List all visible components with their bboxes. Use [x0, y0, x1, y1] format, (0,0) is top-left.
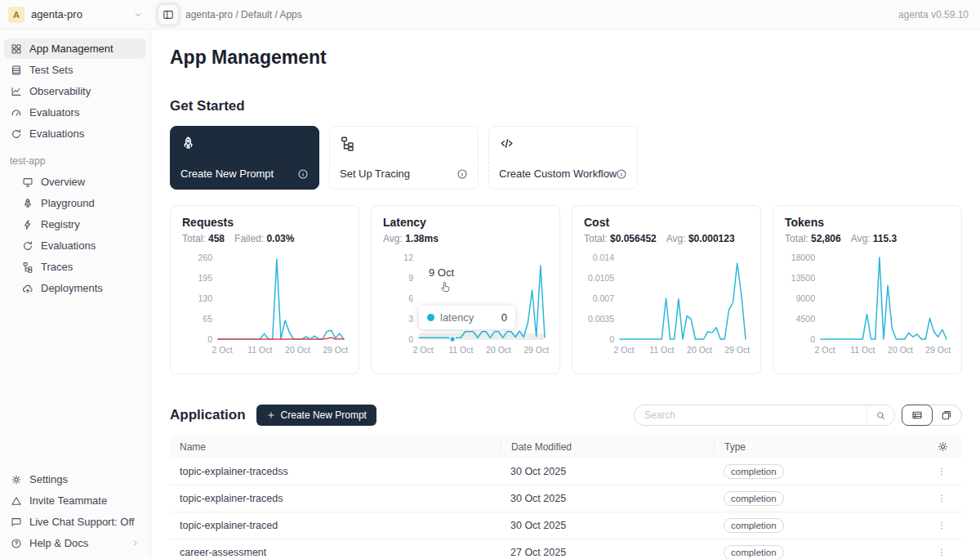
monitor-icon	[22, 177, 33, 188]
info-icon[interactable]	[297, 168, 309, 180]
cell-date: 30 Oct 2025	[501, 466, 714, 477]
latency-chart-card: Latency Avg: 1.38ms 0369122 Oct11 Oct20 …	[371, 205, 560, 374]
chevron-down-icon	[133, 10, 143, 20]
application-header-row: Application Create New Prompt	[170, 404, 962, 427]
chart-stat: Avg: $0.000123	[666, 233, 735, 244]
chart-title: Cost	[584, 216, 749, 229]
info-icon[interactable]	[457, 168, 468, 180]
cell-name: topic-explainer-traced	[170, 520, 501, 531]
svg-text:29 Oct: 29 Oct	[323, 345, 348, 355]
create-custom-workflow-card[interactable]: Create Custom Workflow	[488, 126, 638, 190]
kebab-menu-icon[interactable]	[936, 520, 947, 531]
info-icon[interactable]	[616, 168, 627, 180]
sidebar-item-traces[interactable]: Traces	[16, 257, 146, 277]
sidebar-item-registry[interactable]: Registry	[16, 214, 146, 235]
sidebar-item-live-chat-support[interactable]: Live Chat Support: Off	[4, 512, 146, 532]
rocket-icon	[180, 136, 196, 151]
cell-name: career-assessment	[170, 547, 501, 558]
sidebar-item-label: Invite Teammate	[29, 494, 107, 507]
type-badge: completion	[724, 545, 784, 559]
sidebar-item-label: Help & Docs	[29, 537, 88, 549]
get-started-cards: Create New Prompt Set Up Tracing Create …	[170, 126, 962, 190]
requests-chart-card: Requests Total: 458Failed: 0.03% 0651301…	[170, 205, 359, 374]
gear-icon	[11, 474, 22, 485]
sidebar-item-test-sets[interactable]: Test Sets	[4, 60, 146, 80]
sidebar-item-settings[interactable]: Settings	[4, 469, 146, 490]
chat-bubble-icon	[11, 517, 22, 528]
chart-plot: 00.00350.0070.01050.0142 Oct11 Oct20 Oct…	[584, 249, 751, 359]
card-view-button[interactable]	[933, 405, 962, 425]
sidebar-item-evaluations-project[interactable]: Evaluations	[16, 235, 146, 256]
svg-text:3: 3	[408, 314, 413, 324]
chart-plot: 0651301952602 Oct11 Oct20 Oct29 Oct	[182, 249, 349, 359]
search-button[interactable]	[866, 405, 894, 425]
chart-stats: Avg: 1.38ms	[383, 233, 548, 244]
table-row[interactable]: topic-explainer-traced 30 Oct 2025 compl…	[170, 512, 962, 539]
sidebar-item-invite-teammate[interactable]: Invite Teammate	[4, 490, 146, 511]
sidebar-item-evaluators[interactable]: Evaluators	[4, 102, 146, 123]
table-view-icon	[911, 409, 923, 421]
chart-plot: 0369122 Oct11 Oct20 Oct29 Oct	[383, 249, 550, 359]
svg-text:29 Oct: 29 Oct	[925, 345, 951, 355]
card-view-icon	[941, 409, 952, 421]
sidebar-item-label: Evaluations	[41, 239, 96, 252]
sidebar-toggle-button[interactable]	[158, 4, 179, 25]
hover-marker	[450, 337, 456, 342]
svg-text:9000: 9000	[796, 293, 816, 303]
svg-text:11 Oct: 11 Oct	[850, 345, 875, 355]
rocket-icon	[22, 198, 33, 209]
sidebar-item-label: Live Chat Support: Off	[29, 516, 134, 528]
chart-stat: Total: $0.056452	[584, 233, 657, 244]
chart-body: 00.00350.0070.01050.0142 Oct11 Oct20 Oct…	[584, 249, 749, 362]
svg-text:20 Oct: 20 Oct	[687, 345, 712, 355]
search-box	[634, 405, 895, 426]
svg-text:2 Oct: 2 Oct	[815, 345, 835, 355]
kebab-menu-icon[interactable]	[936, 493, 947, 504]
sidebar-item-evaluations[interactable]: Evaluations	[4, 123, 146, 144]
series-cost	[620, 263, 746, 339]
set-up-tracing-card[interactable]: Set Up Tracing	[329, 126, 479, 190]
sidebar-item-app-management[interactable]: App Management	[4, 38, 146, 59]
table-view-button[interactable]	[902, 405, 933, 426]
svg-text:0.007: 0.007	[593, 293, 614, 303]
table-row[interactable]: topic-explainer-tracedss 30 Oct 2025 com…	[170, 458, 962, 485]
workspace-avatar: A	[8, 7, 24, 23]
search-input[interactable]	[635, 409, 866, 421]
create-new-prompt-button[interactable]: Create New Prompt	[256, 405, 376, 426]
type-badge: completion	[724, 518, 784, 533]
svg-text:0.014: 0.014	[593, 253, 614, 262]
sidebar-item-overview[interactable]: Overview	[16, 172, 146, 192]
sidebar-item-label: Observability	[29, 85, 91, 97]
chart-title: Requests	[182, 216, 347, 229]
gear-icon[interactable]	[937, 440, 949, 453]
cell-date: 30 Oct 2025	[501, 493, 714, 504]
app-root: A agenta-pro agenta-pro / Default / Apps…	[0, 0, 980, 559]
svg-text:9: 9	[408, 273, 413, 283]
cell-name: topic-explainer-traceds	[170, 493, 501, 504]
column-header-date-modified: Date Modified	[501, 440, 714, 454]
table-row[interactable]: career-assessment 27 Oct 2025 completion	[170, 539, 962, 559]
svg-text:6: 6	[408, 293, 413, 303]
sidebar-item-observability[interactable]: Observability	[4, 81, 146, 101]
kebab-menu-icon[interactable]	[936, 466, 947, 477]
chart-stats: Total: 52,806Avg: 115.3	[785, 233, 950, 244]
svg-text:0.0105: 0.0105	[588, 273, 614, 283]
sidebar-item-playground[interactable]: Playground	[16, 193, 146, 213]
chevron-right-icon	[131, 539, 140, 548]
workspace-selector[interactable]: A agenta-pro	[0, 0, 151, 29]
breadcrumb[interactable]: agenta-pro / Default / Apps	[185, 9, 302, 20]
sidebar-item-help-docs[interactable]: Help & Docs	[4, 533, 146, 553]
topbar: A agenta-pro agenta-pro / Default / Apps…	[0, 0, 980, 29]
chart-body: 0369122 Oct11 Oct20 Oct29 Oct	[383, 249, 548, 362]
sidebar-item-deployments[interactable]: Deployments	[16, 278, 146, 298]
create-new-prompt-card[interactable]: Create New Prompt	[170, 126, 319, 190]
workspace-name: agenta-pro	[31, 8, 127, 20]
plus-icon	[266, 410, 276, 420]
kebab-menu-icon[interactable]	[936, 547, 947, 558]
gauge-icon	[11, 107, 22, 119]
create-button-label: Create New Prompt	[281, 409, 367, 421]
svg-text:260: 260	[198, 253, 212, 262]
project-section-label: test-app	[10, 155, 150, 167]
table-row[interactable]: topic-explainer-traceds 30 Oct 2025 comp…	[170, 485, 962, 512]
sidebar-item-label: Settings	[29, 473, 68, 485]
